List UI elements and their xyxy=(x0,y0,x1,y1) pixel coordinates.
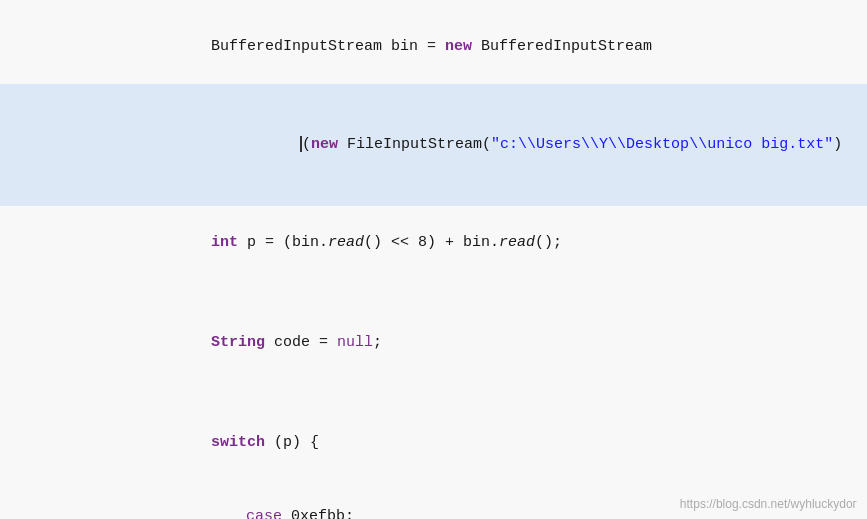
code-line-2: (new FileInputStream("c:\\Users\\Y\\Desk… xyxy=(0,84,867,206)
code-line-empty2 xyxy=(0,380,867,406)
code-line-3: int p = (bin.read() << 8) + bin.read(); xyxy=(0,206,867,280)
code-line-empty1 xyxy=(0,280,867,306)
code-line-4: String code = null; xyxy=(0,306,867,380)
watermark: https://blog.csdn.net/wyhluckydог xyxy=(680,497,857,511)
code-line-1: BufferedInputStream bin = new BufferedIn… xyxy=(0,10,867,84)
code-line-5: switch (p) { xyxy=(0,406,867,480)
code-editor: BufferedInputStream bin = new BufferedIn… xyxy=(0,0,867,519)
